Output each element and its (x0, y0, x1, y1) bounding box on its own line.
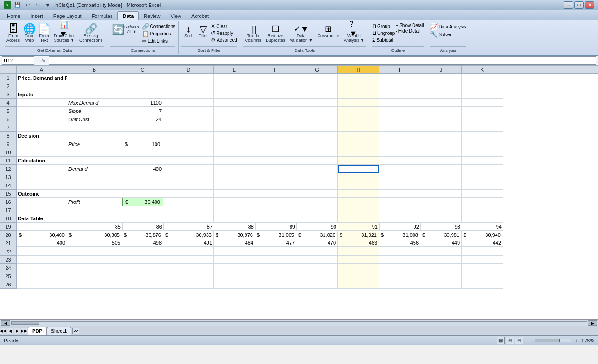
cell-E7[interactable] (214, 123, 255, 132)
col-header-D[interactable]: D (163, 66, 214, 73)
cell-A7[interactable] (17, 123, 67, 132)
corner-cell[interactable] (0, 66, 17, 73)
cell-J5[interactable] (420, 107, 462, 115)
row-header-22[interactable]: 22 (0, 247, 16, 256)
cell-I6[interactable] (379, 115, 420, 123)
cell-F21[interactable]: 477 (255, 239, 296, 247)
cell-C6[interactable]: 24 (122, 115, 163, 123)
tab-acrobat[interactable]: Acrobat (186, 11, 214, 20)
cell-K1[interactable] (462, 74, 503, 82)
cell-C9[interactable]: $100 (122, 140, 163, 148)
existing-connections-button[interactable]: 🔗 ExistingConnections (78, 23, 104, 44)
row-header-20[interactable]: 20 (0, 231, 16, 239)
cell-F12[interactable] (255, 165, 296, 173)
cell-K10[interactable] (462, 148, 503, 157)
cell-J2[interactable] (420, 82, 462, 90)
row-header-16[interactable]: 16 (0, 198, 16, 206)
cell-J11[interactable] (420, 157, 462, 165)
cell-I21[interactable]: 456 (379, 239, 420, 247)
cell-I20[interactable]: $31,008 (379, 231, 420, 239)
cell-H21[interactable]: 463 (338, 239, 379, 247)
tab-formulas[interactable]: Formulas (87, 11, 118, 20)
quick-more-btn[interactable]: ▼ (43, 1, 52, 9)
cell-C7[interactable] (122, 123, 163, 132)
cell-H2[interactable] (338, 82, 379, 90)
tab-view[interactable]: View (165, 11, 186, 20)
from-other-sources-button[interactable]: 📊▼ From OtherSources ▼ (52, 23, 77, 44)
cell-A8[interactable]: Decision (17, 132, 67, 140)
row-header-17[interactable]: 17 (0, 206, 16, 214)
cell-B2[interactable] (67, 82, 122, 90)
cell-K2[interactable] (462, 82, 503, 90)
row-header-19[interactable]: 19 (0, 223, 16, 231)
cell-H5[interactable] (338, 107, 379, 115)
filter-button[interactable]: ▽ Filter (196, 23, 210, 39)
ungroup-button[interactable]: ⊔ Ungroup (372, 30, 395, 36)
cell-A19[interactable] (17, 223, 67, 231)
cell-A15[interactable]: Outcome (17, 190, 67, 198)
cell-K9[interactable] (462, 140, 503, 148)
col-header-E[interactable]: E (214, 66, 255, 73)
cell-G12[interactable] (296, 165, 338, 173)
cell-D21[interactable]: 491 (163, 239, 214, 247)
row-header-18[interactable]: 18 (0, 214, 16, 223)
cell-J21[interactable]: 449 (420, 239, 462, 247)
col-header-J[interactable]: J (420, 66, 462, 73)
cell-F19[interactable]: 89 (256, 223, 297, 231)
cell-E11[interactable] (214, 157, 255, 165)
cell-D3[interactable] (163, 90, 214, 99)
col-header-B[interactable]: B (67, 66, 122, 73)
cell-E12[interactable] (214, 165, 255, 173)
cell-A9[interactable] (17, 140, 67, 148)
cell-K20[interactable]: $30,940 (462, 231, 503, 239)
from-text-button[interactable]: 📄 FromText (37, 23, 51, 44)
show-detail-button[interactable]: + Show Detail (396, 23, 424, 28)
cell-G10[interactable] (296, 148, 338, 157)
cell-C19[interactable]: 86 (123, 223, 164, 231)
cell-C16[interactable]: $30,400 (122, 198, 163, 206)
cell-E1[interactable] (214, 74, 255, 82)
cell-K5[interactable] (462, 107, 503, 115)
cell-G5[interactable] (296, 107, 338, 115)
row-header-10[interactable]: 10 (0, 148, 16, 157)
cell-C2[interactable] (122, 82, 163, 90)
tab-home[interactable]: Home (2, 11, 25, 20)
cell-H3[interactable] (338, 90, 379, 99)
cell-H19[interactable]: 91 (338, 223, 380, 231)
cell-K11[interactable] (462, 157, 503, 165)
cell-E20[interactable]: $30,976 (214, 231, 255, 239)
cell-F9[interactable] (255, 140, 296, 148)
cell-B6[interactable]: Unit Cost (67, 115, 122, 123)
row-header-26[interactable]: 26 (0, 280, 16, 289)
cell-D10[interactable] (163, 148, 214, 157)
cell-H11[interactable] (338, 157, 379, 165)
cell-J9[interactable] (420, 140, 462, 148)
cell-G9[interactable] (296, 140, 338, 148)
col-header-C[interactable]: C (122, 66, 163, 73)
row-header-1[interactable]: 1 (0, 74, 16, 82)
row-header-12[interactable]: 12 (0, 165, 16, 173)
sheet-tab-pdp[interactable]: PDP (28, 327, 47, 335)
cell-G3[interactable] (296, 90, 338, 99)
cell-H10[interactable] (338, 148, 379, 157)
row-header-8[interactable]: 8 (0, 132, 16, 140)
cell-F6[interactable] (255, 115, 296, 123)
cell-E6[interactable] (214, 115, 255, 123)
cell-A21[interactable]: 400 (17, 239, 67, 247)
cell-B19[interactable]: 85 (67, 223, 123, 231)
cell-F20[interactable]: $31,005 (255, 231, 296, 239)
cell-C10[interactable] (122, 148, 163, 157)
cell-F5[interactable] (255, 107, 296, 115)
cell-H8[interactable] (338, 132, 379, 140)
cell-I4[interactable] (379, 99, 420, 107)
row-header-14[interactable]: 14 (0, 181, 16, 190)
cell-C11[interactable] (122, 157, 163, 165)
cell-F1[interactable] (255, 74, 296, 82)
cell-H6[interactable] (338, 115, 379, 123)
sheet-nav-prev[interactable]: ◀ (7, 328, 13, 334)
tab-review[interactable]: Review (139, 11, 165, 20)
solver-button[interactable]: 🔧 Solver (430, 31, 467, 38)
cell-J1[interactable] (420, 74, 462, 82)
cell-I5[interactable] (379, 107, 420, 115)
cell-G8[interactable] (296, 132, 338, 140)
